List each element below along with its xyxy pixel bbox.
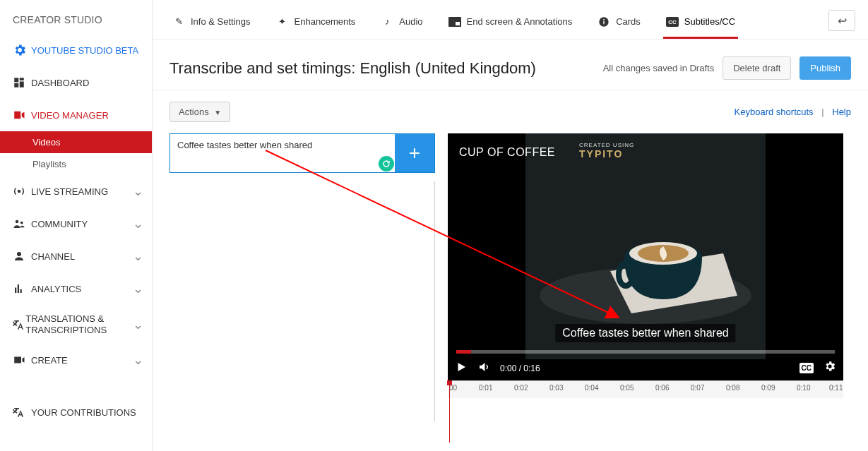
tab-label: Cards: [616, 16, 641, 27]
sidebar-item-label: Playlists: [32, 159, 66, 169]
chevron-down-icon: ⌄: [133, 184, 143, 199]
caption-editor: +: [170, 133, 435, 443]
undo-icon: ↩: [838, 14, 847, 28]
tick-label: 0:10: [797, 384, 810, 392]
tab-audio[interactable]: ♪ Audio: [381, 16, 422, 38]
sidebar-item-playlists[interactable]: Playlists: [0, 153, 152, 175]
sidebar-item-label: LIVE STREAMING: [31, 186, 108, 197]
chevron-down-icon: ⌄: [133, 281, 143, 296]
caption-overlay: Coffee tastes better when shared: [555, 324, 735, 342]
sidebar: CREATOR STUDIO YOUTUBE STUDIO BETA DASHB…: [0, 0, 153, 451]
timeline-track[interactable]: [448, 398, 843, 443]
tick-label: 0:06: [655, 384, 669, 392]
volume-button[interactable]: [477, 361, 490, 375]
help-link[interactable]: Help: [832, 107, 851, 117]
sidebar-item-community[interactable]: COMMUNITY ⌄: [0, 208, 152, 240]
svg-point-1: [16, 220, 19, 224]
translate-icon: [13, 317, 25, 332]
svg-point-8: [603, 18, 605, 20]
undo-button[interactable]: ↩: [828, 10, 855, 31]
play-button[interactable]: [455, 361, 468, 375]
caption-timeline[interactable]: 00 0:01 0:02 0:03 0:04 0:05 0:06 0:07 0:…: [448, 380, 843, 443]
editor-tabs: ✎ Info & Settings ✦ Enhancements ♪ Audio…: [153, 0, 868, 40]
sidebar-item-video-manager[interactable]: VIDEO MANAGER: [0, 99, 152, 131]
tab-label: Enhancements: [295, 16, 356, 27]
sidebar-item-translations[interactable]: TRANSLATIONS & TRANSCRIPTIONS ⌄: [0, 305, 152, 344]
timeline-playhead[interactable]: [449, 381, 450, 443]
info-circle-icon: [598, 16, 610, 28]
content: +: [153, 133, 868, 443]
typito-watermark: CREATED USING TYPITO: [579, 142, 634, 160]
video-time: 0:00 / 0:16: [500, 363, 540, 373]
channel-icon: [13, 248, 31, 264]
svg-point-3: [17, 252, 21, 256]
chevron-down-icon: ⌄: [133, 352, 143, 368]
toolbar-row: Actions ▼ Keyboard shortcuts | Help: [153, 90, 868, 133]
wand-icon: ✦: [276, 16, 289, 28]
tab-label: End screen & Annotations: [467, 16, 573, 27]
delete-draft-button[interactable]: Delete draft: [723, 56, 791, 80]
save-status: All changes saved in Drafts: [603, 63, 715, 73]
caption-list[interactable]: [170, 181, 435, 421]
sidebar-item-channel[interactable]: CHANNEL ⌄: [0, 240, 152, 272]
cc-toggle-button[interactable]: CC: [799, 363, 814, 373]
tab-endscreen[interactable]: End screen & Annotations: [448, 16, 573, 38]
tick-label: 0:05: [620, 384, 634, 392]
tab-info[interactable]: ✎ Info & Settings: [172, 16, 251, 38]
tick-label: 0:11: [829, 384, 843, 392]
tab-label: Info & Settings: [191, 16, 251, 27]
dashboard-icon: [13, 75, 31, 90]
tab-cards[interactable]: Cards: [598, 16, 641, 38]
tab-subtitles[interactable]: CC Subtitles/CC: [666, 16, 735, 38]
live-icon: [13, 184, 31, 199]
contribute-icon: [13, 404, 31, 420]
caption-textarea[interactable]: [170, 134, 395, 172]
sidebar-item-contributions[interactable]: YOUR CONTRIBUTIONS: [0, 396, 152, 428]
community-icon: [13, 216, 31, 231]
chevron-down-icon: ⌄: [133, 248, 143, 264]
keyboard-shortcuts-link[interactable]: Keyboard shortcuts: [735, 107, 814, 117]
sidebar-item-label: YOUTUBE STUDIO BETA: [31, 45, 138, 56]
settings-gear-button[interactable]: [824, 360, 836, 376]
sidebar-item-label: DASHBOARD: [31, 78, 89, 88]
grammarly-icon[interactable]: [379, 156, 394, 172]
sidebar-item-analytics[interactable]: ANALYTICS ⌄: [0, 272, 152, 305]
tick-label: 0:07: [691, 384, 704, 392]
tick-label: 0:09: [761, 384, 775, 392]
sidebar-item-label: VIDEO MANAGER: [31, 110, 109, 121]
sidebar-item-dashboard[interactable]: DASHBOARD: [0, 66, 152, 99]
sidebar-item-create[interactable]: CREATE ⌄: [0, 344, 152, 376]
tick-label: 0:03: [549, 384, 563, 392]
svg-point-2: [20, 222, 23, 224]
sidebar-item-label: YOUR CONTRIBUTIONS: [31, 407, 136, 418]
svg-point-0: [18, 190, 21, 193]
actions-label: Actions: [179, 107, 209, 117]
sidebar-item-live[interactable]: LIVE STREAMING ⌄: [0, 175, 152, 208]
sidebar-item-label: COMMUNITY: [31, 219, 88, 229]
video-manager-icon: [13, 107, 31, 123]
sidebar-item-videos[interactable]: Videos: [0, 131, 152, 153]
tick-label: 0:08: [726, 384, 739, 392]
tick-label: 0:02: [514, 384, 528, 392]
pencil-icon: ✎: [172, 16, 185, 28]
video-controls: 0:00 / 0:16 CC: [455, 360, 836, 376]
create-icon: [13, 352, 31, 368]
caption-input-row: +: [170, 133, 435, 173]
add-caption-button[interactable]: +: [395, 134, 434, 172]
sidebar-item-label: CHANNEL: [31, 251, 75, 262]
sidebar-item-label: Videos: [32, 137, 61, 148]
watermark-brand: TYPITO: [579, 148, 634, 160]
video-player[interactable]: CUP OF COFFEE CREATED USING TYPITO Coffe…: [448, 133, 843, 380]
timeline-ticks: 00 0:01 0:02 0:03 0:04 0:05 0:06 0:07 0:…: [448, 381, 843, 398]
page-header: Transcribe and set timings: English (Uni…: [153, 40, 868, 90]
video-progress-bar[interactable]: [456, 350, 835, 354]
main: ✎ Info & Settings ✦ Enhancements ♪ Audio…: [153, 0, 868, 451]
plus-icon: +: [409, 142, 420, 164]
endscreen-icon: [448, 16, 461, 28]
sidebar-item-studio-beta[interactable]: YOUTUBE STUDIO BETA: [0, 34, 152, 66]
actions-dropdown[interactable]: Actions ▼: [170, 102, 230, 122]
tab-enhancements[interactable]: ✦ Enhancements: [276, 16, 356, 38]
sidebar-title: CREATOR STUDIO: [0, 0, 152, 34]
publish-button[interactable]: Publish: [799, 56, 851, 80]
tab-label: Audio: [399, 16, 422, 27]
